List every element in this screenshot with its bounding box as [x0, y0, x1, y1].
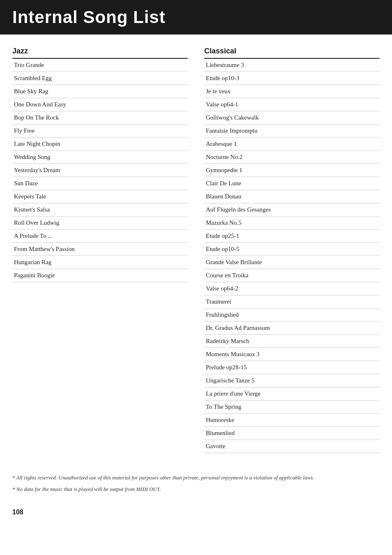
- list-item: Auf Flugeln des Gesanges: [204, 203, 380, 216]
- list-item: Hungarian Rag: [12, 256, 188, 269]
- list-item: Gymnopedie 1: [204, 164, 380, 177]
- list-item: Roll Over Ludwig: [12, 216, 188, 230]
- list-item: Trio Grande: [12, 59, 188, 72]
- classical-section-header: Classical: [204, 47, 380, 59]
- list-item: Valse op64-1: [204, 98, 380, 111]
- list-item: Liebestraume 3: [204, 59, 380, 72]
- list-item: La priere d'une Vierge: [204, 387, 380, 401]
- list-item: Moments Musicaux 3: [204, 348, 380, 361]
- header-bar: Internal Song List: [0, 0, 392, 35]
- list-item: Prelude op28-15: [204, 361, 380, 374]
- list-item: Traumerei: [204, 295, 380, 309]
- list-item: Gavotte: [204, 440, 380, 453]
- list-item: Fruhlingslied: [204, 309, 380, 322]
- list-item: Etude op10-5: [204, 243, 380, 256]
- list-item: Sun Daze: [12, 177, 188, 190]
- classical-column: Classical Liebestraume 3Etude op10-3Je t…: [204, 47, 380, 453]
- classical-song-list: Liebestraume 3Etude op10-3Je te veuxVals…: [204, 59, 380, 453]
- jazz-song-list: Trio GrandeScrambled EggBlue Sky RagOne …: [12, 59, 188, 282]
- list-item: To The Spring: [204, 401, 380, 414]
- list-item: Arabesque 1: [204, 138, 380, 151]
- list-item: Course en Troika: [204, 269, 380, 282]
- footer-note-2: * No data for the music that is played w…: [12, 485, 380, 493]
- footer: * All rights reserved. Unauthorized use …: [0, 461, 392, 504]
- list-item: Fantaisie Impromptu: [204, 124, 380, 138]
- list-item: Etude op10-3: [204, 72, 380, 85]
- list-item: Mazurka No.5: [204, 216, 380, 230]
- list-item: Golliwog's Cakewalk: [204, 111, 380, 124]
- jazz-section-header: Jazz: [12, 47, 188, 59]
- list-item: Kismet's Salsa: [12, 203, 188, 216]
- list-item: Yesterday's Dream: [12, 164, 188, 177]
- list-item: Blumenlied: [204, 427, 380, 440]
- list-item: Paganini Boogie: [12, 269, 188, 282]
- list-item: Grande Valse Brillante: [204, 256, 380, 269]
- list-item: Nocturne No.2: [204, 151, 380, 164]
- list-item: From Matthew's Passion: [12, 243, 188, 256]
- list-item: Wedding Song: [12, 151, 188, 164]
- page-title: Internal Song List: [12, 7, 380, 27]
- list-item: Fly Free: [12, 124, 188, 138]
- list-item: Late Night Chopin: [12, 138, 188, 151]
- list-item: Radetzky Marsch: [204, 335, 380, 348]
- list-item: Bop On The Rock: [12, 111, 188, 124]
- list-item: Etude op25-1: [204, 230, 380, 243]
- list-item: One Down And Easy: [12, 98, 188, 111]
- list-item: Dr. Gradus Ad Parnassum: [204, 322, 380, 335]
- list-item: Valse op64-2: [204, 282, 380, 295]
- list-item: Scrambled Egg: [12, 72, 188, 85]
- list-item: Blue Sky Rag: [12, 85, 188, 98]
- list-item: Humoreske: [204, 414, 380, 427]
- list-item: A Prelude To ...: [12, 230, 188, 243]
- page-number: 108: [0, 504, 392, 524]
- content-area: Jazz Trio GrandeScrambled EggBlue Sky Ra…: [0, 47, 392, 453]
- jazz-column: Jazz Trio GrandeScrambled EggBlue Sky Ra…: [12, 47, 188, 453]
- list-item: Keepers Tale: [12, 190, 188, 203]
- list-item: Blauen Donau: [204, 190, 380, 203]
- list-item: Ungarische Tanze 5: [204, 374, 380, 387]
- list-item: Clair De Lune: [204, 177, 380, 190]
- footer-note-1: * All rights reserved. Unauthorized use …: [12, 474, 380, 482]
- list-item: Je te veux: [204, 85, 380, 98]
